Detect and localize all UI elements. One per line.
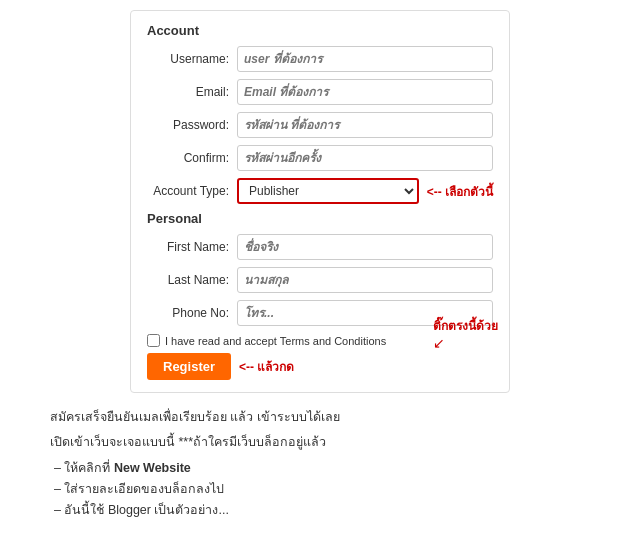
confirm-label: Confirm: xyxy=(147,151,237,165)
new-website-link[interactable]: New Website xyxy=(114,461,191,475)
password-label: Password: xyxy=(147,118,237,132)
email-label: Email: xyxy=(147,85,237,99)
register-row: Register <-- แล้วกด xyxy=(147,353,493,380)
info-dash2: – ใส่รายละเอียดของบล็อกลงไป xyxy=(50,479,590,500)
tick-arrow-icon: ↙ xyxy=(433,335,445,351)
confirm-row: Confirm: xyxy=(147,145,493,171)
personal-section-title: Personal xyxy=(147,211,493,226)
checkbox-area: I have read and accept Terms and Conditi… xyxy=(147,334,493,347)
username-label: Username: xyxy=(147,52,237,66)
last-name-row: Last Name: xyxy=(147,267,493,293)
page-wrapper: Account Username: Email: Password: Confi… xyxy=(50,10,590,521)
password-row: Password: xyxy=(147,112,493,138)
terms-label: I have read and accept Terms and Conditi… xyxy=(165,335,386,347)
tick-annotation-container: ติ๊กตรงนี้ด้วย ↙ xyxy=(433,316,498,351)
username-input[interactable] xyxy=(237,46,493,72)
last-name-input[interactable] xyxy=(237,267,493,293)
first-name-input[interactable] xyxy=(237,234,493,260)
personal-section: Personal First Name: Last Name: Phone No… xyxy=(147,211,493,326)
info-line2: เปิดเข้าเว็บจะเจอแบบนี้ ***ถ้าใครมีเว็บบ… xyxy=(50,432,590,453)
register-button[interactable]: Register xyxy=(147,353,231,380)
account-type-label: Account Type: xyxy=(147,184,237,198)
email-input[interactable] xyxy=(237,79,493,105)
account-type-row: Account Type: Publisher Author Admin xyxy=(147,178,419,204)
account-type-select[interactable]: Publisher Author Admin xyxy=(237,178,419,204)
terms-checkbox[interactable] xyxy=(147,334,160,347)
info-line1: สมัครเสร็จยืนยันเมลเพื่อเรียบร้อย แล้ว เ… xyxy=(50,407,590,428)
username-row: Username: xyxy=(147,46,493,72)
form-container: Account Username: Email: Password: Confi… xyxy=(130,10,510,393)
tick-annotation-text: ติ๊กตรงนี้ด้วย xyxy=(433,316,498,335)
account-type-outer: Account Type: Publisher Author Admin <--… xyxy=(147,178,493,204)
first-name-label: First Name: xyxy=(147,240,237,254)
info-text: สมัครเสร็จยืนยันเมลเพื่อเรียบร้อย แล้ว เ… xyxy=(50,407,590,521)
confirm-input[interactable] xyxy=(237,145,493,171)
register-annotation: <-- แล้วกด xyxy=(239,357,294,376)
info-dash1: – ให้คลิกที่ New Website xyxy=(50,458,590,479)
first-name-row: First Name: xyxy=(147,234,493,260)
account-section-title: Account xyxy=(147,23,493,38)
select-annotation: <-- เลือกตัวนี้ xyxy=(427,182,493,201)
password-input[interactable] xyxy=(237,112,493,138)
last-name-label: Last Name: xyxy=(147,273,237,287)
info-dash3: – อันนี้ใช้ Blogger เป็นตัวอย่าง... xyxy=(50,500,590,521)
phone-label: Phone No: xyxy=(147,306,237,320)
email-row: Email: xyxy=(147,79,493,105)
